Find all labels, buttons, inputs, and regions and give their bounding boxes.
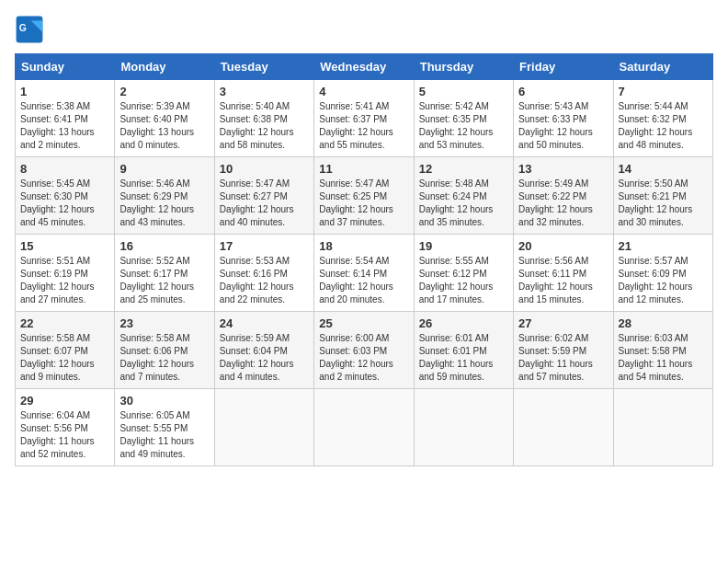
calendar-cell: 3Sunrise: 5:40 AM Sunset: 6:38 PM Daylig… xyxy=(214,80,313,157)
day-number: 9 xyxy=(119,162,209,176)
calendar-cell: 22Sunrise: 5:58 AM Sunset: 6:07 PM Dayli… xyxy=(16,312,115,389)
day-info: Sunrise: 5:47 AM Sunset: 6:25 PM Dayligh… xyxy=(319,178,408,229)
calendar-cell: 20Sunrise: 5:56 AM Sunset: 6:11 PM Dayli… xyxy=(514,235,613,312)
day-number: 22 xyxy=(20,316,109,330)
weekday-header-friday: Friday xyxy=(514,54,613,80)
day-number: 24 xyxy=(220,316,309,330)
calendar-cell: 2Sunrise: 5:39 AM Sunset: 6:40 PM Daylig… xyxy=(115,80,214,157)
calendar-cell xyxy=(613,389,712,466)
day-number: 27 xyxy=(518,316,608,330)
logo-icon: G xyxy=(15,15,44,44)
day-number: 3 xyxy=(220,85,309,98)
day-number: 17 xyxy=(220,239,309,253)
calendar-cell: 5Sunrise: 5:42 AM Sunset: 6:35 PM Daylig… xyxy=(414,80,513,157)
calendar-week-2: 8Sunrise: 5:45 AM Sunset: 6:30 PM Daylig… xyxy=(16,157,713,235)
day-number: 8 xyxy=(20,162,109,176)
day-info: Sunrise: 6:03 AM Sunset: 5:58 PM Dayligh… xyxy=(619,332,708,384)
calendar-week-4: 22Sunrise: 5:58 AM Sunset: 6:07 PM Dayli… xyxy=(16,312,713,389)
calendar-cell: 13Sunrise: 5:49 AM Sunset: 6:22 PM Dayli… xyxy=(514,157,613,235)
calendar-body: 1Sunrise: 5:38 AM Sunset: 6:41 PM Daylig… xyxy=(16,80,713,466)
day-info: Sunrise: 5:55 AM Sunset: 6:12 PM Dayligh… xyxy=(419,255,508,306)
calendar-cell: 18Sunrise: 5:54 AM Sunset: 6:14 PM Dayli… xyxy=(314,235,414,312)
calendar-cell: 23Sunrise: 5:58 AM Sunset: 6:06 PM Dayli… xyxy=(115,312,214,389)
day-number: 1 xyxy=(20,85,109,98)
day-number: 28 xyxy=(619,316,708,330)
calendar-week-5: 29Sunrise: 6:04 AM Sunset: 5:56 PM Dayli… xyxy=(16,389,713,466)
weekday-header-monday: Monday xyxy=(115,54,214,80)
day-info: Sunrise: 5:52 AM Sunset: 6:17 PM Dayligh… xyxy=(119,255,209,306)
calendar-cell: 30Sunrise: 6:05 AM Sunset: 5:55 PM Dayli… xyxy=(115,389,214,466)
day-info: Sunrise: 5:58 AM Sunset: 6:06 PM Dayligh… xyxy=(119,332,209,384)
calendar-cell: 29Sunrise: 6:04 AM Sunset: 5:56 PM Dayli… xyxy=(16,389,115,466)
day-number: 7 xyxy=(619,85,708,98)
day-info: Sunrise: 5:47 AM Sunset: 6:27 PM Dayligh… xyxy=(220,178,309,229)
weekday-header-row: SundayMondayTuesdayWednesdayThursdayFrid… xyxy=(16,54,713,80)
day-info: Sunrise: 5:49 AM Sunset: 6:22 PM Dayligh… xyxy=(518,178,608,229)
calendar-cell: 26Sunrise: 6:01 AM Sunset: 6:01 PM Dayli… xyxy=(414,312,513,389)
day-number: 15 xyxy=(20,239,109,253)
calendar-cell: 4Sunrise: 5:41 AM Sunset: 6:37 PM Daylig… xyxy=(314,80,414,157)
day-info: Sunrise: 5:53 AM Sunset: 6:16 PM Dayligh… xyxy=(220,255,309,306)
day-info: Sunrise: 5:45 AM Sunset: 6:30 PM Dayligh… xyxy=(20,178,109,229)
weekday-header-saturday: Saturday xyxy=(613,54,712,80)
day-number: 23 xyxy=(119,316,209,330)
day-number: 16 xyxy=(119,239,209,253)
day-number: 12 xyxy=(419,162,508,176)
calendar-cell: 8Sunrise: 5:45 AM Sunset: 6:30 PM Daylig… xyxy=(16,157,115,235)
day-info: Sunrise: 5:50 AM Sunset: 6:21 PM Dayligh… xyxy=(619,178,708,229)
calendar-table: SundayMondayTuesdayWednesdayThursdayFrid… xyxy=(15,53,713,466)
svg-text:G: G xyxy=(19,23,27,33)
day-info: Sunrise: 5:59 AM Sunset: 6:04 PM Dayligh… xyxy=(220,332,309,384)
day-info: Sunrise: 5:40 AM Sunset: 6:38 PM Dayligh… xyxy=(220,100,309,152)
day-info: Sunrise: 5:56 AM Sunset: 6:11 PM Dayligh… xyxy=(518,255,608,306)
logo: G xyxy=(15,15,48,44)
day-number: 25 xyxy=(319,316,408,330)
day-number: 14 xyxy=(619,162,708,176)
calendar-cell xyxy=(314,389,414,466)
day-info: Sunrise: 5:48 AM Sunset: 6:24 PM Dayligh… xyxy=(419,178,508,229)
calendar-cell: 7Sunrise: 5:44 AM Sunset: 6:32 PM Daylig… xyxy=(613,80,712,157)
day-number: 29 xyxy=(20,394,109,408)
day-number: 4 xyxy=(319,85,408,98)
weekday-header-sunday: Sunday xyxy=(16,54,115,80)
calendar-cell: 28Sunrise: 6:03 AM Sunset: 5:58 PM Dayli… xyxy=(613,312,712,389)
calendar-cell: 17Sunrise: 5:53 AM Sunset: 6:16 PM Dayli… xyxy=(214,235,313,312)
calendar-cell xyxy=(414,389,513,466)
day-info: Sunrise: 5:57 AM Sunset: 6:09 PM Dayligh… xyxy=(619,255,708,306)
day-info: Sunrise: 5:41 AM Sunset: 6:37 PM Dayligh… xyxy=(319,100,408,152)
weekday-header-thursday: Thursday xyxy=(414,54,513,80)
calendar-cell: 10Sunrise: 5:47 AM Sunset: 6:27 PM Dayli… xyxy=(214,157,313,235)
calendar-cell xyxy=(514,389,613,466)
day-info: Sunrise: 5:58 AM Sunset: 6:07 PM Dayligh… xyxy=(20,332,109,384)
calendar-cell: 16Sunrise: 5:52 AM Sunset: 6:17 PM Dayli… xyxy=(115,235,214,312)
day-number: 6 xyxy=(518,85,608,98)
calendar-cell: 19Sunrise: 5:55 AM Sunset: 6:12 PM Dayli… xyxy=(414,235,513,312)
day-info: Sunrise: 5:44 AM Sunset: 6:32 PM Dayligh… xyxy=(619,100,708,152)
calendar-cell: 9Sunrise: 5:46 AM Sunset: 6:29 PM Daylig… xyxy=(115,157,214,235)
calendar-cell: 25Sunrise: 6:00 AM Sunset: 6:03 PM Dayli… xyxy=(314,312,414,389)
weekday-header-tuesday: Tuesday xyxy=(214,54,313,80)
day-number: 13 xyxy=(518,162,608,176)
day-info: Sunrise: 6:05 AM Sunset: 5:55 PM Dayligh… xyxy=(119,409,209,461)
page-header: G xyxy=(15,15,713,44)
day-number: 5 xyxy=(419,85,508,98)
day-info: Sunrise: 5:54 AM Sunset: 6:14 PM Dayligh… xyxy=(319,255,408,306)
day-info: Sunrise: 5:46 AM Sunset: 6:29 PM Dayligh… xyxy=(119,178,209,229)
day-number: 2 xyxy=(119,85,209,98)
day-info: Sunrise: 5:43 AM Sunset: 6:33 PM Dayligh… xyxy=(518,100,608,152)
day-info: Sunrise: 5:42 AM Sunset: 6:35 PM Dayligh… xyxy=(419,100,508,152)
day-number: 26 xyxy=(419,316,508,330)
day-info: Sunrise: 6:00 AM Sunset: 6:03 PM Dayligh… xyxy=(319,332,408,384)
calendar-week-3: 15Sunrise: 5:51 AM Sunset: 6:19 PM Dayli… xyxy=(16,235,713,312)
calendar-cell: 12Sunrise: 5:48 AM Sunset: 6:24 PM Dayli… xyxy=(414,157,513,235)
calendar-cell: 1Sunrise: 5:38 AM Sunset: 6:41 PM Daylig… xyxy=(16,80,115,157)
calendar-cell: 15Sunrise: 5:51 AM Sunset: 6:19 PM Dayli… xyxy=(16,235,115,312)
day-info: Sunrise: 5:38 AM Sunset: 6:41 PM Dayligh… xyxy=(20,100,109,152)
day-number: 20 xyxy=(518,239,608,253)
calendar-cell: 21Sunrise: 5:57 AM Sunset: 6:09 PM Dayli… xyxy=(613,235,712,312)
calendar-cell: 24Sunrise: 5:59 AM Sunset: 6:04 PM Dayli… xyxy=(214,312,313,389)
day-info: Sunrise: 6:01 AM Sunset: 6:01 PM Dayligh… xyxy=(419,332,508,384)
day-info: Sunrise: 6:04 AM Sunset: 5:56 PM Dayligh… xyxy=(20,409,109,461)
day-number: 21 xyxy=(619,239,708,253)
calendar-cell: 11Sunrise: 5:47 AM Sunset: 6:25 PM Dayli… xyxy=(314,157,414,235)
